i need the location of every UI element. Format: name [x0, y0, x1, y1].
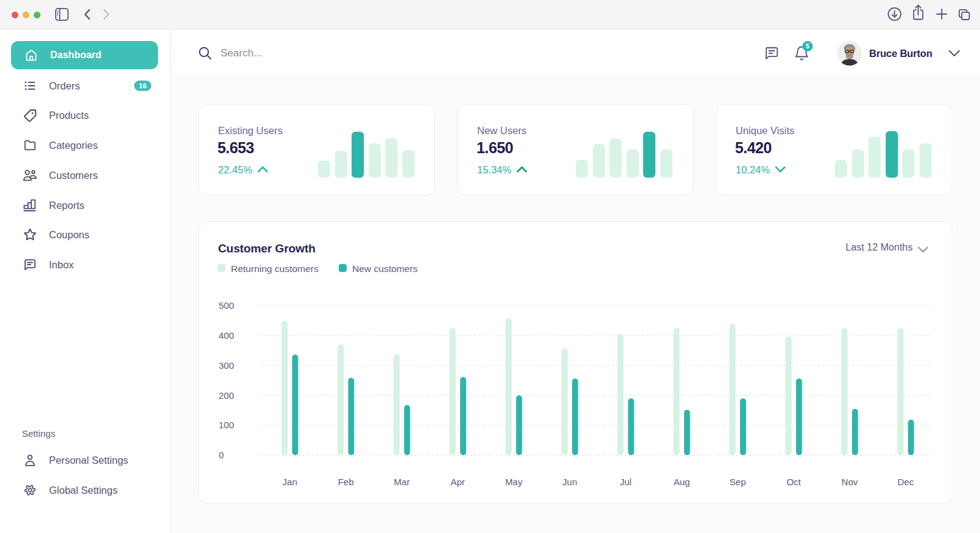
svg-text:400: 400	[219, 330, 234, 341]
svg-text:200: 200	[219, 390, 234, 401]
svg-text:Jun: Jun	[562, 477, 577, 487]
svg-text:300: 300	[219, 360, 234, 371]
svg-text:Mar: Mar	[394, 477, 410, 487]
svg-text:Sep: Sep	[729, 477, 746, 487]
svg-text:Jan: Jan	[282, 477, 297, 487]
svg-text:Feb: Feb	[338, 477, 354, 487]
svg-text:100: 100	[219, 420, 234, 430]
svg-text:May: May	[505, 477, 523, 487]
svg-text:Dec: Dec	[897, 477, 914, 487]
svg-text:0: 0	[219, 450, 224, 460]
svg-text:Oct: Oct	[786, 477, 801, 487]
svg-text:Aug: Aug	[674, 477, 690, 487]
svg-text:Apr: Apr	[451, 477, 465, 487]
svg-text:Jul: Jul	[620, 477, 631, 487]
svg-text:Nov: Nov	[842, 477, 858, 487]
svg-text:500: 500	[219, 300, 234, 311]
